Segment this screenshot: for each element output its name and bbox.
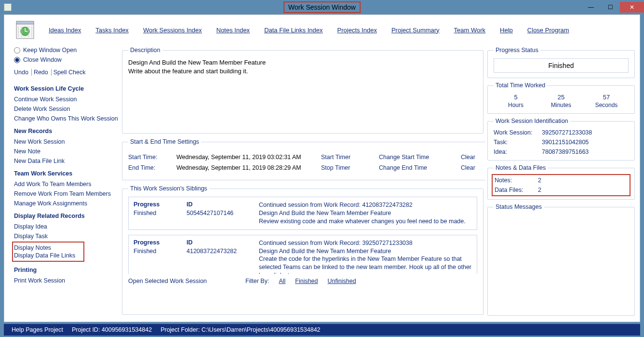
radio-label: Keep Window Open: [23, 47, 77, 54]
change-start-time-link[interactable]: Change Start Time: [379, 154, 456, 161]
radio-keep-window-open[interactable]: Keep Window Open: [14, 47, 118, 54]
task-id-label: Task:: [494, 139, 537, 146]
footer-project-folder: Project Folder: C:\Users\Darren\Projects…: [161, 326, 320, 333]
description-fieldset: Description Design And Build the New Tea…: [122, 47, 483, 134]
app-icon: [4, 3, 12, 11]
nav-data-file-links-index[interactable]: Data File Links Index: [264, 27, 322, 34]
change-end-time-link[interactable]: Change End Time: [379, 164, 456, 171]
section-teamwork: Team Work Services: [14, 170, 118, 177]
siblings-legend: This Work Session's Siblings: [128, 185, 209, 192]
link-remove-work-from-team[interactable]: Remove Work From Team Members: [14, 190, 118, 197]
status-messages-legend: Status Messages: [494, 203, 544, 210]
minutes-label: Minutes: [539, 102, 583, 108]
clear-start-link[interactable]: Clear: [461, 154, 485, 161]
time-worked-fieldset: Total Time Worked 5 25 57 Hours Minutes …: [487, 82, 635, 114]
notes-data-files-fieldset: Notes & Data Files Notes: 2 Data Files: …: [487, 164, 635, 200]
hours-value: 5: [494, 94, 538, 101]
nav-projects-index[interactable]: Projects Index: [337, 27, 377, 34]
notes-count-label: Notes:: [495, 177, 533, 184]
sibling-progress: Finished: [134, 210, 182, 216]
filter-finished[interactable]: Finished: [295, 278, 318, 284]
nav-work-sessions-index[interactable]: Work Sessions Index: [143, 27, 202, 34]
link-delete-work-session[interactable]: Delete Work Session: [14, 106, 118, 112]
nav-team-work[interactable]: Team Work: [454, 27, 486, 34]
nav-notes-index[interactable]: Notes Index: [216, 27, 250, 34]
close-button[interactable]: ✕: [620, 2, 644, 13]
start-time-value: Wednesday, September 11, 2019 03:02:31 A…: [176, 154, 316, 161]
data-files-count-value: 2: [538, 187, 552, 193]
col-progress: Progress: [134, 201, 182, 208]
window-title: Work Session Window: [283, 1, 361, 13]
undo-link[interactable]: Undo: [14, 69, 32, 76]
nav-help[interactable]: Help: [500, 27, 513, 34]
link-display-task[interactable]: Display Task: [14, 233, 118, 240]
progress-status-value: Finished: [494, 58, 629, 73]
link-new-work-session[interactable]: New Work Session: [14, 138, 118, 145]
minutes-value: 25: [539, 94, 583, 101]
sibling-row[interactable]: Progress ID Continued session from Work …: [128, 197, 477, 230]
nav-ideas-index[interactable]: Ideas Index: [49, 27, 81, 34]
link-continue-work-session[interactable]: Continue Work Session: [14, 96, 118, 103]
end-time-value: Wednesday, September 11, 2019 08:28:29 A…: [176, 164, 316, 171]
sibling-id: 50545427107146: [187, 210, 254, 216]
nav-close-program[interactable]: Close Program: [527, 27, 569, 34]
link-change-owner[interactable]: Change Who Owns This Work Session: [14, 115, 118, 122]
siblings-fieldset: This Work Session's Siblings Progress ID…: [122, 185, 483, 315]
identification-fieldset: Work Session Identification Work Session…: [487, 118, 635, 161]
clear-end-link[interactable]: Clear: [461, 164, 485, 171]
status-messages-fieldset: Status Messages: [487, 203, 635, 316]
start-timer-link[interactable]: Start Timer: [321, 154, 374, 161]
redo-link[interactable]: Redo: [34, 69, 52, 76]
link-display-notes[interactable]: Display Notes: [14, 244, 82, 251]
open-selected-link[interactable]: Open Selected Work Session: [128, 278, 207, 284]
link-print-work-session[interactable]: Print Work Session: [14, 277, 118, 284]
link-display-data-file-links[interactable]: Display Data File Links: [14, 252, 82, 259]
sibling-desc: Continued session from Work Record: 4120…: [259, 201, 472, 226]
end-time-label: End Time:: [128, 164, 172, 171]
description-text[interactable]: Design And Build the New Team Member Fea…: [128, 58, 477, 75]
progress-status-legend: Progress Status: [494, 47, 540, 54]
notes-data-legend: Notes & Data Files: [494, 164, 548, 171]
spellcheck-link[interactable]: Spell Check: [54, 69, 89, 76]
idea-id-label: Idea:: [494, 148, 537, 155]
link-new-note[interactable]: New Note: [14, 148, 118, 155]
link-add-work-to-team[interactable]: Add Work To Team Members: [14, 181, 118, 188]
desc-line: Design And Build the New Team Member Fea…: [128, 58, 477, 67]
nav-tasks-index[interactable]: Tasks Index: [95, 27, 129, 34]
minimize-button[interactable]: —: [581, 2, 601, 13]
work-session-id-value: 392507271233038: [542, 129, 629, 136]
section-related: Display Related Records: [14, 213, 118, 219]
highlighted-notes-box: Notes: 2 Data Files: 2: [492, 174, 631, 196]
identification-legend: Work Session Identification: [494, 118, 570, 124]
sidebar: Keep Window Open Close Window Undo Redo …: [4, 45, 120, 322]
idea-id-value: 78087389751663: [542, 148, 629, 155]
col-progress: Progress: [134, 239, 182, 246]
progress-status-fieldset: Progress Status Finished: [487, 47, 635, 78]
siblings-list[interactable]: Progress ID Continued session from Work …: [128, 197, 477, 274]
app-frame: Ideas Index Tasks Index Work Sessions In…: [4, 14, 640, 322]
maximize-button[interactable]: ☐: [601, 2, 620, 13]
radio-label: Close Window: [23, 56, 62, 63]
sibling-desc: Continued session from Work Record: 3925…: [259, 239, 472, 274]
highlighted-display-links: Display Notes Display Data File Links: [12, 242, 84, 262]
right-column: Progress Status Finished Total Time Work…: [485, 45, 640, 322]
svg-rect-1: [16, 21, 34, 24]
footer-help-project[interactable]: Help Pages Project: [12, 326, 63, 333]
radio-close-window[interactable]: Close Window: [14, 56, 118, 63]
desc-line: Write about the feature and start buildi…: [128, 67, 477, 76]
status-bar: Help Pages Project Project ID: 400956931…: [4, 324, 640, 336]
filter-all[interactable]: All: [279, 278, 285, 284]
notes-count-value: 2: [538, 177, 552, 184]
link-new-data-file-link[interactable]: New Data File Link: [14, 158, 118, 164]
time-legend: Start & End Time Settings: [128, 138, 201, 145]
footer-project-id: Project ID: 400956931534842: [72, 326, 152, 333]
sibling-row[interactable]: Progress ID Continued session from Work …: [128, 235, 477, 274]
siblings-footer: Open Selected Work Session Filter By: Al…: [128, 278, 477, 284]
filter-unfinished[interactable]: Unfinished: [328, 278, 356, 284]
nav-project-summary[interactable]: Project Summary: [391, 27, 440, 34]
titlebar: Work Session Window — ☐ ✕: [0, 0, 644, 14]
link-display-idea[interactable]: Display Idea: [14, 223, 118, 230]
stop-timer-link[interactable]: Stop Timer: [321, 164, 374, 171]
link-manage-assignments[interactable]: Manage Work Assignments: [14, 200, 118, 207]
time-settings-fieldset: Start & End Time Settings Start Time: We…: [122, 138, 485, 180]
